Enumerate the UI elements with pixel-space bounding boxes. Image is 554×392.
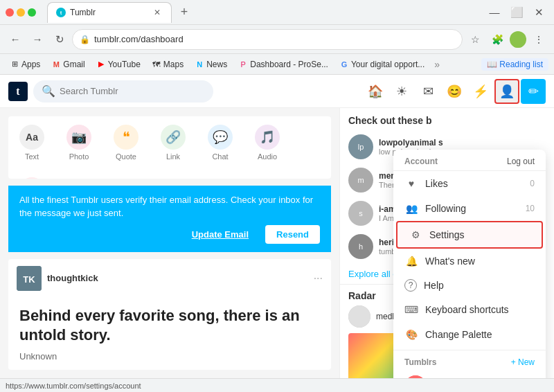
create-text-button[interactable]: Aa Text	[8, 116, 55, 169]
window-close-button[interactable]	[6, 8, 14, 17]
dropdown-whats-new[interactable]: 🔔 What's new	[393, 249, 546, 274]
resend-button[interactable]: Resend	[265, 225, 320, 244]
create-audio-button[interactable]: 🎵 Audio	[244, 116, 291, 169]
dropdown-likes[interactable]: ♥ Likes 0	[393, 171, 546, 196]
keyboard-icon: ⌨	[404, 303, 418, 317]
emoji-icon[interactable]: 😊	[442, 79, 467, 104]
keyboard-label: Keyboard shortcuts	[425, 304, 535, 315]
settings-label: Settings	[429, 229, 530, 240]
quote-label: Quote	[116, 152, 136, 161]
bookmark-apps[interactable]: ⊞ Apps	[6, 58, 44, 71]
blog-avatar: c	[404, 375, 427, 378]
check-avatar-memes: m	[348, 168, 373, 193]
create-post-card: Aa Text 📷 Photo ❝ Quote 🔗	[8, 116, 331, 179]
post-content: Behind every favorite song, there is an …	[8, 298, 331, 370]
text-label: Text	[25, 152, 39, 161]
browser-frame: t Tumblr ✕ + — ⬜ ✕ ← → ↻ 🔒 tumblr.com/da…	[0, 0, 554, 392]
bookmark-news[interactable]: N News	[190, 58, 231, 71]
bookmark-gmail[interactable]: M Gmail	[47, 58, 89, 71]
help-label: Help	[424, 280, 535, 291]
quote-icon: ❝	[114, 125, 138, 150]
check-avatar-heritage: h	[348, 234, 373, 259]
apps-favicon: ⊞	[10, 60, 19, 69]
bookmark-prose-label: Dashboard - ProSe...	[250, 60, 328, 69]
home-icon[interactable]: 🏠	[363, 79, 388, 104]
create-photo-button[interactable]: 📷 Photo	[55, 116, 102, 169]
status-bar: https://www.tumblr.com/settings/account	[0, 378, 554, 392]
post-author: Unknown	[19, 351, 320, 362]
logout-button[interactable]: Log out	[507, 157, 535, 166]
tumblr-search-bar[interactable]: 🔍	[33, 80, 213, 103]
window-maximize-button[interactable]	[28, 8, 36, 17]
new-tumblr-button[interactable]: + New	[511, 357, 535, 367]
compose-icon[interactable]: ✏	[521, 79, 546, 104]
mail-icon[interactable]: ✉	[416, 79, 440, 104]
post-card: TK thoughtkick ··· Behind every favorite…	[8, 259, 331, 370]
search-icon: 🔍	[42, 84, 55, 98]
create-chat-button[interactable]: 💬 Chat	[197, 116, 244, 169]
check-avatar-snom: s	[348, 201, 373, 226]
blog-info: cutearfa19-blog Untitled	[432, 377, 499, 379]
new-tab-button[interactable]: +	[175, 3, 194, 22]
restore-button[interactable]: ⬜	[507, 3, 526, 22]
explore-icon[interactable]: ☀	[389, 79, 414, 104]
dropdown-settings[interactable]: ⚙ Settings	[396, 221, 543, 249]
palette-icon: 🎨	[404, 328, 418, 341]
profile-avatar[interactable]	[510, 31, 526, 48]
back-button[interactable]: ←	[6, 30, 25, 49]
whats-new-label: What's new	[425, 256, 535, 267]
help-icon: ?	[404, 279, 417, 292]
reading-list-button[interactable]: 📖 Reading list	[481, 58, 548, 71]
gmail-favicon: M	[51, 60, 61, 69]
dropdown-keyboard[interactable]: ⌨ Keyboard shortcuts	[393, 297, 546, 322]
account-icon[interactable]: 👤	[494, 79, 519, 104]
dropdown-help[interactable]: ? Help	[393, 274, 546, 297]
tab-close-button[interactable]: ✕	[152, 7, 163, 18]
activity-icon[interactable]: ⚡	[468, 79, 493, 104]
post-username[interactable]: thoughtkick	[47, 273, 98, 283]
forward-button[interactable]: →	[28, 30, 47, 49]
bookmark-news-label: News	[206, 60, 227, 69]
browser-tab[interactable]: t Tumblr ✕	[47, 2, 172, 23]
create-quote-button[interactable]: ❝ Quote	[102, 116, 150, 169]
close-button[interactable]: ✕	[529, 3, 548, 22]
search-input[interactable]	[60, 86, 205, 96]
post-menu-button[interactable]: ···	[314, 272, 323, 285]
svg-text:TK: TK	[23, 274, 35, 285]
tab-title: Tumblr	[70, 8, 148, 17]
dropdown-following[interactable]: 👥 Following 10	[393, 196, 546, 221]
create-video-button[interactable]: 🎬 Video	[8, 169, 55, 179]
bookmark-digital[interactable]: G Your digital opport...	[335, 58, 429, 71]
following-icon: 👥	[404, 202, 418, 215]
nav-bar: ← → ↻ 🔒 tumblr.com/dashboard ☆ 🧩 ⋮	[0, 25, 554, 54]
reload-button[interactable]: ↻	[50, 30, 69, 49]
tumblrs-label: Tumblrs	[404, 357, 436, 367]
address-bar[interactable]: 🔒 tumblr.com/dashboard	[72, 29, 463, 50]
blog-name: cutearfa19-blog	[432, 377, 499, 379]
minimize-button[interactable]: —	[485, 3, 504, 22]
news-favicon: N	[195, 60, 204, 69]
update-email-button[interactable]: Update Email	[181, 225, 260, 244]
bookmark-maps-label: Maps	[163, 60, 184, 69]
photo-label: Photo	[69, 152, 89, 161]
bookmark-dashboard-prose[interactable]: P Dashboard - ProSe...	[234, 58, 332, 71]
bookmark-maps[interactable]: 🗺 Maps	[148, 58, 188, 71]
tab-favicon: t	[56, 8, 66, 17]
bookmark-youtube-label: YouTube	[108, 60, 141, 69]
page-content: t 🔍 🏠 ☀ ✉ 😊 ⚡ 👤 ✏	[0, 75, 554, 378]
create-icons-row: Aa Text 📷 Photo ❝ Quote 🔗	[8, 116, 331, 179]
radar-avatar	[348, 305, 370, 328]
audio-label: Audio	[258, 152, 277, 161]
browser-menu-button[interactable]: ⋮	[529, 30, 548, 49]
dropdown-account-label: Account	[404, 157, 438, 166]
bookmark-star-button[interactable]: ☆	[465, 30, 485, 49]
likes-icon: ♥	[404, 177, 418, 190]
likes-count: 0	[530, 179, 535, 188]
blog-item[interactable]: c cutearfa19-blog Untitled	[393, 371, 546, 378]
create-link-button[interactable]: 🔗 Link	[150, 116, 197, 169]
window-minimize-button[interactable]	[17, 8, 25, 17]
dropdown-palette[interactable]: 🎨 Change Palette	[393, 322, 546, 347]
extensions-button[interactable]: 🧩	[488, 30, 507, 49]
bookmark-youtube[interactable]: ▶ YouTube	[92, 58, 145, 71]
bookmarks-bar: ⊞ Apps M Gmail ▶ YouTube 🗺 Maps N News P…	[0, 54, 554, 75]
